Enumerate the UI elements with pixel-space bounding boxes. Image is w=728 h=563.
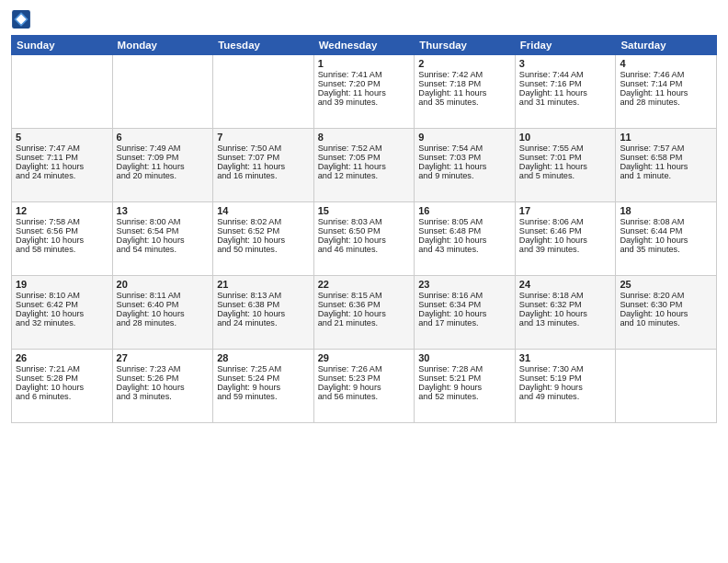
day-info: and 39 minutes.	[318, 98, 411, 107]
day-info: Daylight: 10 hours	[217, 236, 310, 245]
calendar-cell: 22Sunrise: 8:15 AMSunset: 6:36 PMDayligh…	[313, 276, 415, 350]
day-info: and 6 minutes.	[16, 392, 108, 401]
day-info: and 43 minutes.	[418, 245, 511, 254]
day-info: and 20 minutes.	[117, 171, 210, 180]
day-info: Daylight: 11 hours	[620, 162, 712, 171]
calendar-cell: 25Sunrise: 8:20 AMSunset: 6:30 PMDayligh…	[616, 276, 717, 350]
day-number: 17	[519, 205, 612, 216]
day-info: Daylight: 10 hours	[418, 236, 511, 245]
day-info: Daylight: 11 hours	[318, 88, 411, 98]
day-info: Sunrise: 7:23 AM	[117, 364, 210, 373]
day-info: Sunrise: 7:26 AM	[318, 364, 411, 373]
day-info: and 24 minutes.	[16, 171, 108, 180]
day-info: and 21 minutes.	[318, 318, 411, 327]
day-info: Sunrise: 8:15 AM	[318, 291, 411, 300]
day-info: Sunrise: 7:21 AM	[16, 364, 108, 373]
day-info: and 58 minutes.	[16, 245, 108, 254]
day-info: Sunset: 6:38 PM	[217, 300, 310, 309]
day-info: Sunset: 7:20 PM	[318, 79, 411, 88]
day-info: and 16 minutes.	[217, 171, 310, 180]
day-info: Sunrise: 7:42 AM	[418, 70, 511, 79]
day-info: Daylight: 10 hours	[318, 236, 411, 245]
day-info: Daylight: 10 hours	[620, 309, 712, 318]
day-info: Daylight: 11 hours	[418, 88, 511, 98]
day-number: 11	[620, 132, 712, 143]
day-info: Sunset: 5:24 PM	[217, 373, 310, 383]
calendar-cell: 24Sunrise: 8:18 AMSunset: 6:32 PMDayligh…	[515, 276, 616, 350]
day-number: 12	[16, 205, 108, 216]
day-info: Sunrise: 8:02 AM	[217, 217, 310, 226]
day-info: and 35 minutes.	[418, 98, 511, 107]
day-info: and 52 minutes.	[418, 392, 511, 401]
day-info: Sunset: 6:56 PM	[16, 226, 108, 236]
day-info: and 31 minutes.	[519, 98, 612, 107]
day-info: Sunset: 7:09 PM	[117, 153, 210, 162]
day-number: 22	[318, 279, 411, 290]
day-number: 21	[217, 279, 310, 290]
day-info: and 1 minute.	[620, 171, 712, 180]
day-info: Sunrise: 7:30 AM	[519, 364, 612, 373]
calendar-cell: 14Sunrise: 8:02 AMSunset: 6:52 PMDayligh…	[213, 202, 314, 276]
day-info: Daylight: 10 hours	[418, 309, 511, 318]
day-info: and 28 minutes.	[620, 98, 712, 107]
day-number: 25	[620, 279, 712, 290]
day-info: Daylight: 11 hours	[16, 162, 108, 171]
day-info: and 12 minutes.	[318, 171, 411, 180]
calendar-body: 1Sunrise: 7:41 AMSunset: 7:20 PMDaylight…	[12, 55, 717, 423]
day-number: 5	[16, 132, 108, 143]
day-info: and 9 minutes.	[418, 171, 511, 180]
day-info: and 17 minutes.	[418, 318, 511, 327]
calendar-cell: 3Sunrise: 7:44 AMSunset: 7:16 PMDaylight…	[515, 55, 616, 129]
day-info: Sunset: 6:58 PM	[620, 153, 712, 162]
weekday-header-monday: Monday	[112, 36, 213, 55]
day-info: and 13 minutes.	[519, 318, 612, 327]
day-info: Sunset: 5:26 PM	[117, 373, 210, 383]
day-info: Sunset: 6:30 PM	[620, 300, 712, 309]
calendar-cell: 13Sunrise: 8:00 AMSunset: 6:54 PMDayligh…	[112, 202, 213, 276]
calendar-cell	[213, 55, 314, 129]
day-info: Sunrise: 7:44 AM	[519, 70, 612, 79]
calendar-week-1: 1Sunrise: 7:41 AMSunset: 7:20 PMDaylight…	[12, 55, 717, 129]
day-info: Daylight: 11 hours	[519, 162, 612, 171]
day-info: Sunrise: 7:50 AM	[217, 144, 310, 153]
calendar-cell: 11Sunrise: 7:57 AMSunset: 6:58 PMDayligh…	[616, 129, 717, 202]
calendar-cell: 10Sunrise: 7:55 AMSunset: 7:01 PMDayligh…	[515, 129, 616, 202]
calendar-cell: 15Sunrise: 8:03 AMSunset: 6:50 PMDayligh…	[313, 202, 415, 276]
day-info: Daylight: 10 hours	[620, 236, 712, 245]
day-info: and 24 minutes.	[217, 318, 310, 327]
day-info: and 35 minutes.	[620, 245, 712, 254]
day-info: and 54 minutes.	[117, 245, 210, 254]
day-info: Sunrise: 7:46 AM	[620, 70, 712, 79]
day-info: Daylight: 9 hours	[418, 383, 511, 392]
day-number: 9	[418, 132, 511, 143]
day-number: 29	[318, 352, 411, 363]
day-info: Daylight: 10 hours	[16, 309, 108, 318]
day-info: and 5 minutes.	[519, 171, 612, 180]
calendar-cell: 29Sunrise: 7:26 AMSunset: 5:23 PMDayligh…	[313, 350, 415, 423]
calendar-header: SundayMondayTuesdayWednesdayThursdayFrid…	[12, 36, 717, 55]
day-number: 3	[519, 58, 612, 69]
day-info: Sunrise: 7:47 AM	[16, 144, 108, 153]
day-info: Sunrise: 7:52 AM	[318, 144, 411, 153]
weekday-header-wednesday: Wednesday	[313, 36, 415, 55]
calendar-cell: 6Sunrise: 7:49 AMSunset: 7:09 PMDaylight…	[112, 129, 213, 202]
calendar-cell	[112, 55, 213, 129]
day-info: Daylight: 11 hours	[318, 162, 411, 171]
calendar-week-5: 26Sunrise: 7:21 AMSunset: 5:28 PMDayligh…	[12, 350, 717, 423]
day-info: Sunset: 5:28 PM	[16, 373, 108, 383]
day-info: Daylight: 10 hours	[16, 383, 108, 392]
day-number: 8	[318, 132, 411, 143]
day-info: and 50 minutes.	[217, 245, 310, 254]
day-info: Daylight: 9 hours	[217, 383, 310, 392]
calendar-cell: 30Sunrise: 7:28 AMSunset: 5:21 PMDayligh…	[415, 350, 516, 423]
day-number: 13	[117, 205, 210, 216]
day-info: Sunset: 6:32 PM	[519, 300, 612, 309]
day-info: Sunrise: 7:55 AM	[519, 144, 612, 153]
day-info: Sunset: 7:18 PM	[418, 79, 511, 88]
day-number: 7	[217, 132, 310, 143]
day-number: 2	[418, 58, 511, 69]
day-info: Sunset: 6:42 PM	[16, 300, 108, 309]
day-number: 26	[16, 352, 108, 363]
day-number: 6	[117, 132, 210, 143]
day-info: Sunset: 7:16 PM	[519, 79, 612, 88]
